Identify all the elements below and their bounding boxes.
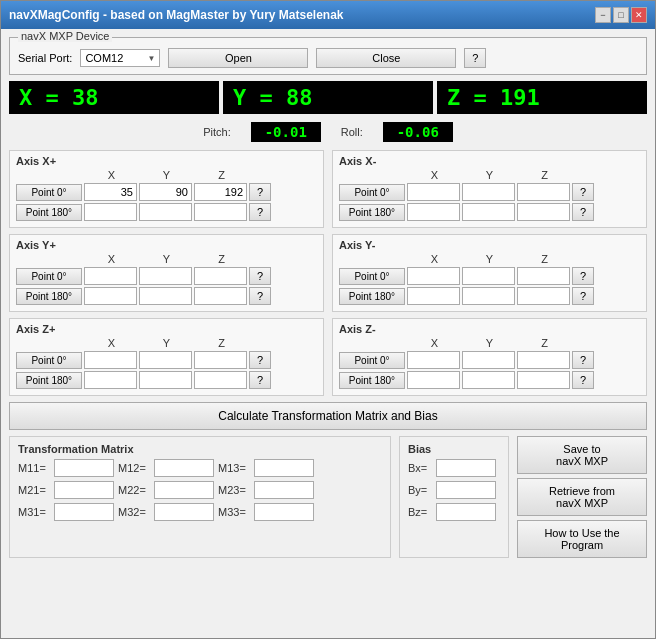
zplus-point0-btn[interactable]: Point 0° [16,352,82,369]
axis-xminus-point0-row: Point 0° ? [339,183,640,201]
m12-label: M12= [118,462,150,474]
z-display: Z = 191 [437,81,647,114]
m11-input[interactable] [54,459,114,477]
zplus-point0-y[interactable] [139,351,192,369]
m21-input[interactable] [54,481,114,499]
minimize-button[interactable]: − [595,7,611,23]
xplus-point0-x[interactable] [84,183,137,201]
xminus-point180-btn[interactable]: Point 180° [339,204,405,221]
yminus-point0-z[interactable] [517,267,570,285]
xplus-point180-help[interactable]: ? [249,203,271,221]
yplus-point180-y[interactable] [139,287,192,305]
yminus-point180-y[interactable] [462,287,515,305]
yminus-point0-help[interactable]: ? [572,267,594,285]
yminus-point180-z[interactable] [517,287,570,305]
axis-zplus-group: Axis Z+ X Y Z Point 0° ? Point 180° [9,318,324,396]
yminus-point180-x[interactable] [407,287,460,305]
m23-input[interactable] [254,481,314,499]
zplus-point0-z[interactable] [194,351,247,369]
xplus-point0-y[interactable] [139,183,192,201]
m11-label: M11= [18,462,50,474]
xplus-point180-z[interactable] [194,203,247,221]
yplus-point0-x[interactable] [84,267,137,285]
xminus-point0-help[interactable]: ? [572,183,594,201]
m33-input[interactable] [254,503,314,521]
xminus-point0-z[interactable] [517,183,570,201]
xminus-point180-z[interactable] [517,203,570,221]
xminus-point0-btn[interactable]: Point 0° [339,184,405,201]
zplus-point180-btn[interactable]: Point 180° [16,372,82,389]
retrieve-button[interactable]: Retrieve fromnavX MXP [517,478,647,516]
zplus-point180-z[interactable] [194,371,247,389]
xplus-point0-btn[interactable]: Point 0° [16,184,82,201]
zminus-point0-btn[interactable]: Point 0° [339,352,405,369]
zplus-point180-y[interactable] [139,371,192,389]
zminus-point180-x[interactable] [407,371,460,389]
m12-input[interactable] [154,459,214,477]
m13-input[interactable] [254,459,314,477]
m32-input[interactable] [154,503,214,521]
bx-input[interactable] [436,459,496,477]
yplus-point180-z[interactable] [194,287,247,305]
zplus-point0-help[interactable]: ? [249,351,271,369]
window-title: navXMagConfig - based on MagMaster by Yu… [9,8,344,22]
yminus-point0-x[interactable] [407,267,460,285]
yminus-point0-y[interactable] [462,267,515,285]
roll-label: Roll: [341,126,363,138]
zminus-point180-z[interactable] [517,371,570,389]
yminus-point0-btn[interactable]: Point 0° [339,268,405,285]
zminus-point180-help[interactable]: ? [572,371,594,389]
yplus-point0-z[interactable] [194,267,247,285]
bz-input[interactable] [436,503,496,521]
maximize-button[interactable]: □ [613,7,629,23]
yplus-point180-help[interactable]: ? [249,287,271,305]
zplus-point180-help[interactable]: ? [249,371,271,389]
yplus-point180-x[interactable] [84,287,137,305]
zplus-point0-x[interactable] [84,351,137,369]
xminus-point0-x[interactable] [407,183,460,201]
xplus-point0-z[interactable] [194,183,247,201]
help-button[interactable]: ? [464,48,486,68]
xminus-point180-help[interactable]: ? [572,203,594,221]
open-button[interactable]: Open [168,48,308,68]
xplus-point180-btn[interactable]: Point 180° [16,204,82,221]
close-button-device[interactable]: Close [316,48,456,68]
m23-label: M23= [218,484,250,496]
axis-xplus-point180-row: Point 180° ? [16,203,317,221]
zminus-point0-x[interactable] [407,351,460,369]
xminus-point180-y[interactable] [462,203,515,221]
yplus-point180-btn[interactable]: Point 180° [16,288,82,305]
yplus-point0-y[interactable] [139,267,192,285]
xplus-point180-x[interactable] [84,203,137,221]
xminus-point0-y[interactable] [462,183,515,201]
bx-row: Bx= [408,459,500,477]
m21-label: M21= [18,484,50,496]
by-input[interactable] [436,481,496,499]
zplus-point180-x[interactable] [84,371,137,389]
close-button[interactable]: ✕ [631,7,647,23]
serial-port-combo[interactable]: COM12 ▼ [80,49,160,67]
zminus-point180-y[interactable] [462,371,515,389]
zminus-point0-help[interactable]: ? [572,351,594,369]
calculate-button[interactable]: Calculate Transformation Matrix and Bias [9,402,647,430]
howto-button[interactable]: How to Use the Program [517,520,647,558]
yminus-point180-help[interactable]: ? [572,287,594,305]
xplus-point180-y[interactable] [139,203,192,221]
xminus-point180-x[interactable] [407,203,460,221]
yplus-point0-btn[interactable]: Point 0° [16,268,82,285]
yp-col-z: Z [194,253,249,265]
zminus-point0-y[interactable] [462,351,515,369]
m31-input[interactable] [54,503,114,521]
y-display: Y = 88 [223,81,433,114]
yminus-point180-btn[interactable]: Point 180° [339,288,405,305]
xplus-point0-help[interactable]: ? [249,183,271,201]
zminus-point180-btn[interactable]: Point 180° [339,372,405,389]
axis-yplus-headers: X Y Z [16,253,317,265]
save-button[interactable]: Save tonavX MXP [517,436,647,474]
m22-input[interactable] [154,481,214,499]
yplus-point0-help[interactable]: ? [249,267,271,285]
transform-title: Transformation Matrix [18,443,382,455]
xp-col-x: X [84,169,139,181]
zminus-point0-z[interactable] [517,351,570,369]
axis-zminus-title: Axis Z- [339,323,640,335]
